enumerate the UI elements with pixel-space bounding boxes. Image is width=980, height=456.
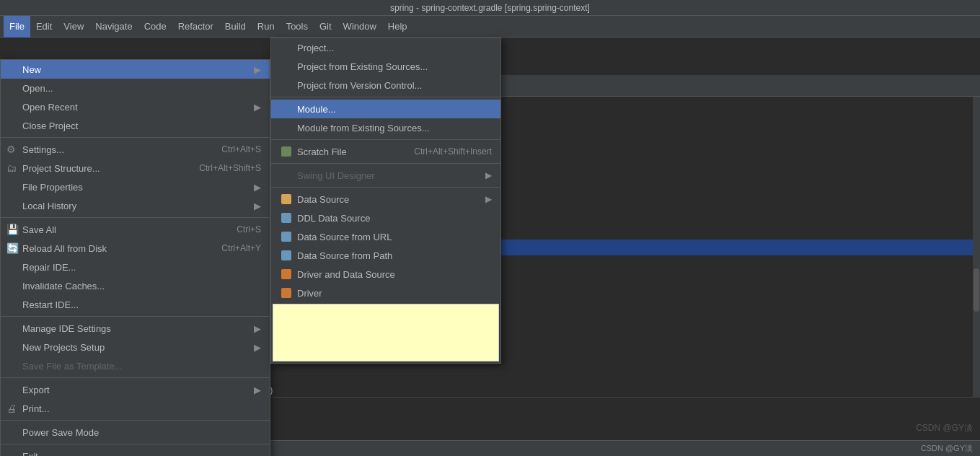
file-menu-repair-ide[interactable]: Repair IDE... bbox=[1, 258, 270, 276]
file-menu-export-label: Export bbox=[22, 385, 50, 395]
menu-help[interactable]: Help bbox=[382, 16, 413, 38]
new-submenu-module-existing[interactable]: Module from Existing Sources... bbox=[271, 118, 500, 137]
file-menu-settings[interactable]: ⚙ Settings... Ctrl+Alt+S bbox=[1, 140, 270, 159]
file-menu-open-recent[interactable]: Open Recent ▶ bbox=[1, 97, 270, 116]
file-menu-local-history[interactable]: Local History ▶ bbox=[1, 196, 270, 215]
menu-view[interactable]: View bbox=[58, 16, 89, 38]
menu-navigate[interactable]: Navigate bbox=[89, 16, 138, 38]
menu-refactor[interactable]: Refactor bbox=[172, 16, 219, 38]
file-menu-save-all-label: Save All bbox=[22, 224, 56, 235]
new-submenu-data-source-url[interactable]: Data Source from URL bbox=[271, 227, 500, 246]
status-text: CSDN @GY淡 bbox=[921, 443, 973, 454]
menu-edit[interactable]: Edit bbox=[30, 16, 58, 38]
watermark: CSDN @GY淡 bbox=[916, 422, 973, 434]
file-menu-save-all-shortcut: Ctrl+S bbox=[237, 224, 261, 234]
new-submenu-project[interactable]: Project... bbox=[271, 38, 500, 57]
new-submenu-swing-designer-arrow: ▶ bbox=[485, 170, 492, 180]
new-submenu-project-vcs[interactable]: Project from Version Control... bbox=[271, 76, 500, 95]
new-submenu-project-existing[interactable]: Project from Existing Sources... bbox=[271, 57, 500, 76]
file-menu-panel: New ▶ Open... Open Recent ▶ Close Projec… bbox=[0, 59, 270, 456]
menu-window[interactable]: Window bbox=[337, 16, 382, 38]
file-menu-file-properties-arrow: ▶ bbox=[254, 182, 261, 193]
file-menu-open[interactable]: Open... bbox=[1, 79, 270, 97]
file-menu-project-structure[interactable]: 🗂 Project Structure... Ctrl+Alt+Shift+S bbox=[1, 159, 270, 177]
file-menu-sep2 bbox=[1, 217, 270, 218]
new-submenu-data-source-label: Data Source bbox=[297, 194, 349, 205]
file-menu-file-properties-label: File Properties bbox=[22, 182, 83, 193]
new-submenu-driver-label: Driver bbox=[297, 288, 322, 299]
file-menu-sep6 bbox=[1, 444, 270, 444]
menu-git[interactable]: Git bbox=[314, 16, 337, 38]
new-submenu-driver[interactable]: Driver bbox=[271, 284, 500, 302]
file-menu-sep5 bbox=[1, 420, 270, 421]
file-menu-invalidate-caches-label: Invalidate Caches... bbox=[22, 281, 105, 291]
menu-code[interactable]: Code bbox=[138, 16, 172, 38]
module-icon bbox=[280, 103, 293, 115]
new-submenu-scratch-file-label: Scratch File bbox=[297, 146, 347, 157]
file-menu-new-projects-setup-label: New Projects Setup bbox=[22, 342, 105, 353]
file-menu-save-all[interactable]: 💾 Save All Ctrl+S bbox=[1, 220, 270, 239]
new-submenu-sep3 bbox=[271, 187, 500, 188]
file-menu-restart-ide[interactable]: Restart IDE... bbox=[1, 295, 270, 314]
new-submenu-data-source-path[interactable]: Data Source from Path bbox=[271, 246, 500, 265]
new-submenu-scratch-file-shortcut: Ctrl+Alt+Shift+Insert bbox=[414, 146, 492, 157]
file-menu-power-save[interactable]: Power Save Mode bbox=[1, 423, 270, 442]
file-menu-new[interactable]: New ▶ bbox=[1, 60, 270, 79]
data-source-url-icon bbox=[280, 231, 293, 242]
new-submenu-ddl-data-source[interactable]: DDL Data Source bbox=[271, 209, 500, 227]
new-submenu-panel: Project... Project from Existing Sources… bbox=[270, 38, 501, 364]
menu-build[interactable]: Build bbox=[219, 16, 252, 38]
project-existing-icon bbox=[280, 61, 293, 72]
file-menu-reload-label: Reload All from Disk bbox=[22, 243, 107, 254]
file-menu-restart-ide-label: Restart IDE... bbox=[22, 299, 79, 310]
file-menu-new-arrow: ▶ bbox=[254, 64, 261, 75]
menu-run[interactable]: Run bbox=[252, 16, 281, 38]
menu-tools[interactable]: Tools bbox=[281, 16, 314, 38]
reload-icon: 🔄 bbox=[6, 242, 19, 254]
driver-icon bbox=[280, 287, 293, 299]
new-submenu-data-source[interactable]: Data Source ▶ bbox=[271, 190, 500, 209]
module-existing-icon bbox=[280, 122, 293, 133]
new-submenu-project-label: Project... bbox=[297, 43, 334, 53]
file-menu-reload[interactable]: 🔄 Reload All from Disk Ctrl+Alt+Y bbox=[1, 239, 270, 258]
menu-bar: File Edit View Navigate Code Refactor Bu… bbox=[0, 16, 980, 38]
file-menu-invalidate-caches[interactable]: Invalidate Caches... bbox=[1, 276, 270, 295]
file-menu-power-save-label: Power Save Mode bbox=[22, 427, 99, 438]
new-submenu-project-existing-label: Project from Existing Sources... bbox=[297, 61, 428, 72]
scrollbar-thumb[interactable] bbox=[974, 268, 979, 312]
file-menu-export[interactable]: Export ▶ bbox=[1, 380, 270, 399]
new-submenu-sep2 bbox=[271, 163, 500, 164]
new-submenu-module[interactable]: Module... bbox=[271, 100, 500, 118]
new-submenu-driver-data-source[interactable]: Driver and Data Source bbox=[271, 265, 500, 284]
new-submenu-sep1 bbox=[271, 139, 500, 140]
file-menu-exit[interactable]: Exit bbox=[1, 447, 270, 456]
file-menu-new-label: New bbox=[22, 64, 41, 75]
project-vcs-icon bbox=[280, 79, 293, 91]
file-menu-new-projects-setup[interactable]: New Projects Setup ▶ bbox=[1, 338, 270, 356]
settings-icon: ⚙ bbox=[6, 144, 16, 155]
file-menu-manage-ide[interactable]: Manage IDE Settings ▶ bbox=[1, 319, 270, 338]
file-menu-settings-shortcut: Ctrl+Alt+S bbox=[221, 144, 261, 154]
new-submenu-sep0 bbox=[271, 97, 500, 97]
file-menu-close-project-label: Close Project bbox=[22, 120, 78, 131]
file-menu-reload-shortcut: Ctrl+Alt+Y bbox=[221, 243, 261, 253]
swing-designer-icon bbox=[280, 170, 293, 181]
file-menu-file-properties[interactable]: File Properties ▶ bbox=[1, 177, 270, 196]
new-submenu-module-existing-label: Module from Existing Sources... bbox=[297, 123, 430, 133]
file-menu-local-history-arrow: ▶ bbox=[254, 201, 261, 211]
file-menu-print[interactable]: 🖨 Print... bbox=[1, 399, 270, 418]
file-menu-sep4 bbox=[1, 377, 270, 378]
file-menu-open-recent-label: Open Recent bbox=[22, 102, 78, 113]
new-submenu-data-source-url-label: Data Source from URL bbox=[297, 232, 392, 242]
menu-file[interactable]: File bbox=[4, 16, 30, 38]
new-submenu-scratch-file[interactable]: Scratch File Ctrl+Alt+Shift+Insert bbox=[271, 142, 500, 161]
new-submenu-data-source-path-label: Data Source from Path bbox=[297, 250, 392, 261]
file-menu-close-project[interactable]: Close Project bbox=[1, 116, 270, 135]
file-menu-project-structure-label: Project Structure... bbox=[22, 163, 100, 174]
file-menu-open-label: Open... bbox=[22, 83, 53, 94]
new-submenu-swing-designer: Swing UI Designer ▶ bbox=[271, 166, 500, 185]
project-structure-icon: 🗂 bbox=[6, 162, 17, 174]
scratch-file-icon bbox=[280, 146, 293, 157]
scrollbar[interactable] bbox=[973, 97, 980, 440]
file-menu-export-arrow: ▶ bbox=[254, 385, 261, 395]
